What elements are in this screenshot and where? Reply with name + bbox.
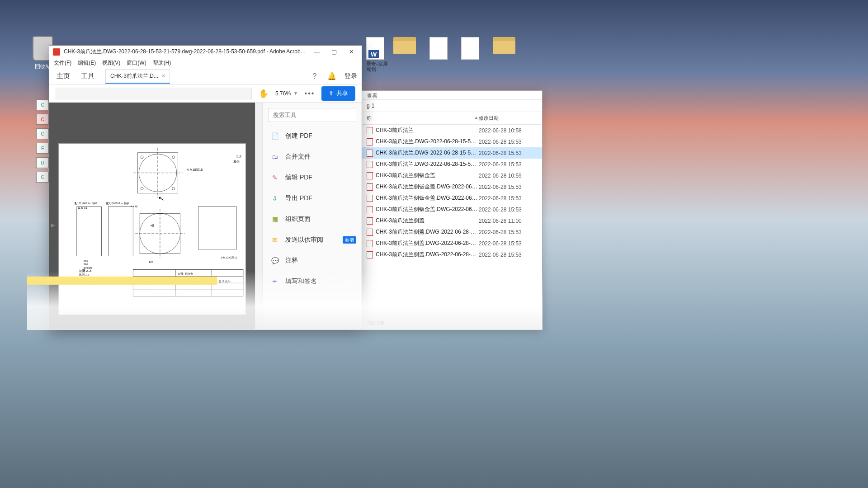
bell-icon[interactable]: 🔔 (327, 72, 336, 81)
tools-sidebar: 📄创建 PDF🗂合并文件✎编辑 PDF⇩导出 PDF▦组织页面✉发送以供审阅新增… (262, 103, 362, 329)
nav-left-icon[interactable]: ▶ (50, 216, 56, 234)
file-row[interactable]: CHK-3前爪法兰侧钣金盖.DWG-2022-06-28-...2022-06-… (362, 204, 542, 215)
file-row[interactable]: CHK-3前爪法兰侧盖.DWG-2022-06-28-15-5...2022-0… (362, 238, 542, 249)
explorer-address[interactable]: g-1 (362, 100, 542, 112)
file-date: 2022-06-28 15:53 (479, 252, 538, 258)
word-doc-icon[interactable] (366, 37, 384, 60)
menu-file[interactable]: 文件(F) (54, 59, 71, 67)
svg-text:Ø55: Ø55 (84, 260, 88, 262)
highlight-bar (27, 277, 217, 285)
tool-combine[interactable]: 🗂合并文件 (263, 146, 362, 167)
tab-home[interactable]: 主页 (54, 69, 73, 83)
file-row[interactable]: CHK-3前爪法兰侧盖.DWG-2022-06-28-15-5...2022-0… (362, 249, 542, 260)
edit-icon: ✎ (270, 173, 280, 183)
svg-rect-12 (108, 206, 133, 256)
tool-organize[interactable]: ▦组织页面 (263, 209, 362, 230)
svg-text:3.2: 3.2 (236, 154, 242, 158)
pdf-file-icon (367, 195, 373, 202)
scrollbar[interactable] (255, 103, 262, 329)
share-button[interactable]: ⇧ 共享 (321, 86, 355, 101)
file-row[interactable]: CHK-3前爪法兰侧钣金盖.DWG-2022-06-28-...2022-06-… (362, 181, 542, 192)
svg-text:4 X 45°: 4 X 45° (131, 206, 138, 208)
pdf-file-icon (367, 217, 373, 225)
tab-tools[interactable]: 工具 (78, 69, 97, 83)
tool-export[interactable]: ⇩导出 PDF (263, 188, 362, 209)
toolbar: ✋ 5.76% ▼ ••• ⇧ 共享 (49, 84, 362, 103)
file-name: CHK-3前爪法兰.DWG-2022-06-28-15-53-5... (376, 160, 479, 168)
col-date[interactable]: 修改日期 (479, 115, 538, 122)
maximize-button[interactable]: ▢ (327, 48, 341, 55)
file-icon[interactable] (429, 37, 448, 60)
acrobat-app-icon (53, 48, 60, 56)
file-date: 2022-06-28 15:53 (479, 139, 538, 145)
explorer-view-menu[interactable]: 查看 (367, 93, 377, 99)
file-row[interactable]: CHK-3前爪法兰侧钣金盖2022-06-28 10:59 (362, 170, 542, 181)
menu-view[interactable]: 视图(V) (102, 59, 120, 67)
file-row[interactable]: CHK-3前爪法兰侧钣金盖.DWG-2022-06-28-...2022-06-… (362, 192, 542, 204)
svg-text:前爪法兰: 前爪法兰 (218, 280, 231, 283)
file-name: CHK-3前爪法兰 (376, 127, 479, 134)
file-row[interactable]: CHK-3前爪法兰.DWG-2022-06-28-15-53-5...2022-… (362, 159, 542, 170)
tab-close-icon[interactable]: × (162, 73, 165, 79)
file-row[interactable]: CHK-3前爪法兰.DWG-2022-06-28-15-53-2...2022-… (362, 147, 542, 159)
file-row[interactable]: CHK-3前爪法兰.DWG-2022-06-28-15-53-2...2022-… (362, 136, 542, 147)
svg-rect-11 (77, 206, 102, 256)
share-label: 共享 (336, 89, 348, 98)
file-date: 2022-06-28 10:58 (479, 127, 538, 134)
file-name: CHK-3前爪法兰侧钣金盖.DWG-2022-06-28-... (376, 194, 479, 202)
tool-edit[interactable]: ✎编辑 PDF (263, 167, 362, 188)
close-button[interactable]: ✕ (344, 48, 358, 55)
sign-in-button[interactable]: 登录 (344, 72, 357, 80)
send-icon: ✉ (270, 235, 280, 245)
combine-icon: 🗂 (270, 152, 280, 162)
file-date: 2022-06-28 15:53 (479, 150, 538, 156)
more-icon[interactable]: ••• (305, 89, 314, 98)
create-icon: 📄 (270, 131, 280, 141)
svg-text:Ø80: Ø80 (84, 263, 88, 266)
zoom-value: 5.76% (275, 90, 291, 97)
tool-label: 组织页面 (285, 215, 311, 223)
file-icon[interactable] (461, 37, 479, 60)
menu-edit[interactable]: 编辑(E) (78, 59, 96, 67)
organize-icon: ▦ (270, 214, 280, 224)
menubar: 文件(F) 编辑(E) 视图(V) 窗口(W) 帮助(H) (49, 58, 362, 68)
svg-point-4 (141, 156, 143, 159)
tab-document[interactable]: CHK-3前爪法兰.D... × (105, 69, 170, 84)
tool-comment[interactable]: 💬注释 (263, 250, 362, 271)
tab-document-label: CHK-3前爪法兰.D... (110, 72, 158, 80)
zoom-dropdown[interactable]: 5.76% ▼ (275, 90, 298, 97)
file-row[interactable]: CHK-3前爪法兰侧盖.DWG-2022-06-28-15-5...2022-0… (362, 226, 542, 238)
tool-label: 编辑 PDF (285, 174, 312, 182)
file-row[interactable]: CHK-3前爪法兰2022-06-28 10:58 (362, 125, 542, 136)
page-view[interactable]: ▶ 4-M10深18 3.2 其余 (49, 103, 255, 329)
nav-right-icon[interactable]: ◀ (149, 216, 155, 234)
hand-tool-icon[interactable]: ✋ (259, 89, 268, 98)
svg-rect-22 (198, 206, 236, 249)
col-name[interactable]: 称 (367, 115, 474, 122)
explorer-tree-fragment: C C C F D C (36, 99, 49, 183)
tool-label: 发送以供审阅 (285, 236, 323, 244)
file-date: 2022-06-28 15:53 (479, 240, 538, 247)
file-name: CHK-3前爪法兰侧钣金盖.DWG-2022-06-28-... (376, 183, 479, 191)
file-row[interactable]: CHK-3前爪法兰侧盖2022-06-28 11:00 (362, 215, 542, 226)
tool-create[interactable]: 📄创建 PDF (263, 126, 362, 146)
svg-text:2-M10X1深10: 2-M10X1深10 (221, 256, 237, 259)
file-name: CHK-3前爪法兰.DWG-2022-06-28-15-53-2... (376, 138, 479, 145)
folder-icon[interactable] (493, 37, 515, 54)
search-input[interactable] (268, 108, 356, 122)
file-explorer: 查看 g-1 称 ▲ 修改日期 CHK-3前爪法兰2022-06-28 10:5… (362, 90, 542, 330)
file-date: 2022-06-28 15:53 (479, 184, 538, 190)
tool-send[interactable]: ✉发送以供审阅新增 (263, 230, 362, 250)
menu-window[interactable]: 窗口(W) (127, 59, 146, 67)
help-icon[interactable]: ? (310, 72, 319, 81)
tools-search (268, 108, 356, 122)
folder-icon[interactable] (393, 37, 416, 54)
svg-text:4-M10深18: 4-M10深18 (187, 168, 203, 171)
tool-sign[interactable]: ✒填写和签名 (263, 271, 362, 292)
menu-help[interactable]: 帮助(H) (153, 59, 171, 67)
minimize-button[interactable]: — (310, 48, 324, 55)
svg-text:其余: 其余 (233, 160, 240, 164)
svg-point-6 (141, 187, 143, 190)
titlebar[interactable]: CHK-3前爪法兰.DWG-2022-06-28-15-53-21-579.dw… (49, 46, 362, 58)
tool-label: 填写和签名 (285, 277, 317, 286)
